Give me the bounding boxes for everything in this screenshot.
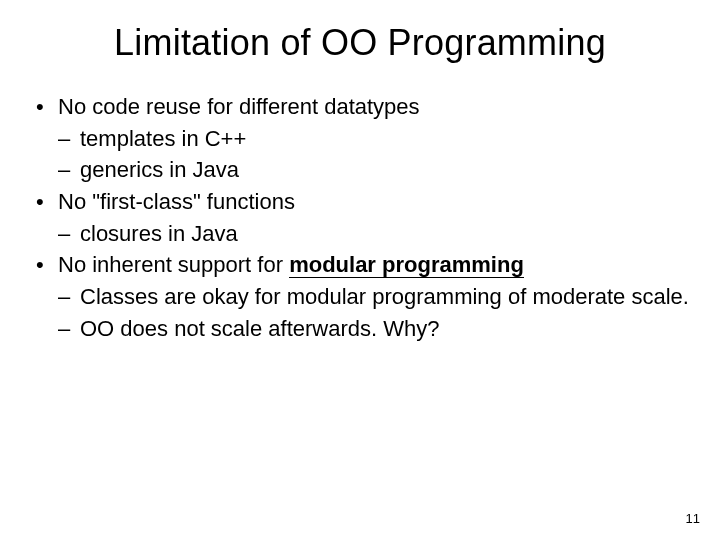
bullet-1: No code reuse for different datatypes te… [36, 92, 692, 185]
bullet-1-text: No code reuse for different datatypes [58, 94, 420, 119]
bullet-1a: templates in C++ [58, 124, 692, 154]
slide: Limitation of OO Programming No code reu… [0, 0, 720, 540]
bullet-3: No inherent support for modular programm… [36, 250, 692, 343]
bullet-2-sublist: closures in Java [58, 219, 692, 249]
bullet-2-text: No "first-class" functions [58, 189, 295, 214]
bullet-3-pretext: No inherent support for [58, 252, 289, 277]
bullet-list: No code reuse for different datatypes te… [36, 92, 692, 344]
bullet-3-emphasis: modular programming [289, 252, 524, 278]
bullet-2: No "first-class" functions closures in J… [36, 187, 692, 248]
page-number: 11 [686, 511, 700, 526]
bullet-2a: closures in Java [58, 219, 692, 249]
slide-content: No code reuse for different datatypes te… [28, 92, 692, 344]
slide-title: Limitation of OO Programming [28, 22, 692, 64]
bullet-3b: OO does not scale afterwards. Why? [58, 314, 692, 344]
bullet-1b: generics in Java [58, 155, 692, 185]
bullet-1-sublist: templates in C++ generics in Java [58, 124, 692, 185]
bullet-3-sublist: Classes are okay for modular programming… [58, 282, 692, 343]
bullet-3a: Classes are okay for modular programming… [58, 282, 692, 312]
